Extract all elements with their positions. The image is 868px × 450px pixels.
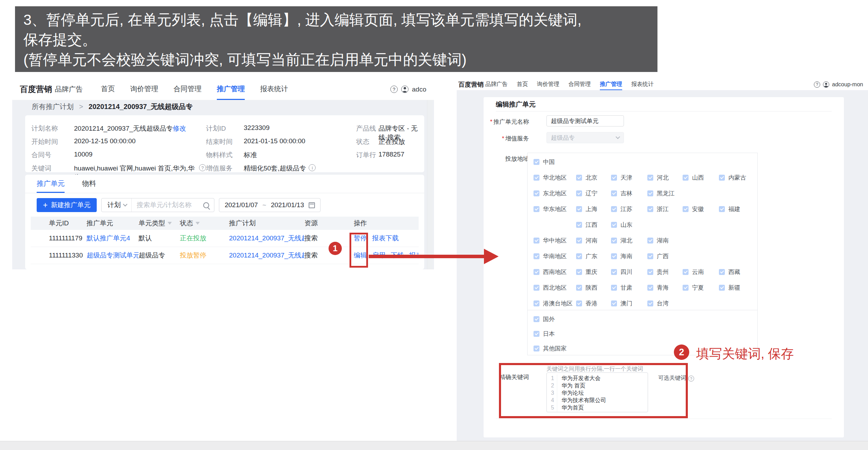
tab-materials[interactable]: 物料 <box>82 175 96 193</box>
checkbox-checked-icon[interactable] <box>647 300 653 306</box>
checkbox-checked-icon[interactable] <box>719 206 725 212</box>
tab-units[interactable]: 推广单元 <box>37 175 65 193</box>
checkbox-checked-icon[interactable] <box>534 285 539 291</box>
unit-name-link[interactable]: 默认推广单元4 <box>87 234 139 243</box>
plan-field: 开始时间2020-12-15 00:00:00 <box>31 137 206 151</box>
checkbox-checked-icon[interactable] <box>611 269 617 275</box>
checkbox-checked-icon[interactable] <box>611 300 617 306</box>
search-input[interactable] <box>132 201 203 209</box>
checkbox-checked-icon[interactable] <box>534 190 539 196</box>
nav-menu: 首页询价管理合同管理推广管理报表统计 <box>517 79 663 90</box>
checkbox-checked-icon[interactable] <box>683 206 689 212</box>
plan-info-column: 产品线品牌专区 - 无线-搜索状态正在投放订单行1788257 <box>356 124 424 177</box>
region-option-label: 新疆 <box>728 284 740 292</box>
nav-item-询价管理[interactable]: 询价管理 <box>537 79 559 90</box>
unit-name-input[interactable] <box>546 115 624 126</box>
service-select[interactable]: 超级品专 <box>546 132 624 143</box>
region-option: 华中地区 <box>534 237 567 245</box>
checkbox-checked-icon[interactable] <box>534 238 539 244</box>
search-icon[interactable] <box>203 202 209 208</box>
checkbox-checked-icon[interactable] <box>576 285 582 291</box>
checkbox-checked-icon[interactable] <box>683 285 689 291</box>
checkbox-checked-icon[interactable] <box>534 159 539 165</box>
checkbox-checked-icon[interactable] <box>576 175 582 181</box>
new-unit-button[interactable]: + 新建推广单元 <box>37 198 97 212</box>
checkbox-checked-icon[interactable] <box>647 285 653 291</box>
region-group-china: 中国华北地区北京天津河北山西内蒙古东北地区辽宁吉林黑龙江华东地区上海江苏浙江安徽… <box>527 153 758 310</box>
checkbox-checked-icon[interactable] <box>719 175 725 181</box>
checkbox-checked-icon[interactable] <box>534 269 539 275</box>
info-icon[interactable]: i <box>309 164 316 171</box>
checkbox-checked-icon[interactable] <box>647 206 653 212</box>
checkbox-checked-icon[interactable] <box>576 300 582 306</box>
checkbox-checked-icon[interactable] <box>534 331 539 337</box>
filter-icon[interactable] <box>196 222 200 225</box>
checkbox-checked-icon[interactable] <box>719 285 725 291</box>
checkbox-checked-icon[interactable] <box>576 206 582 212</box>
region-option: 吉林 <box>611 189 632 197</box>
edit-plan-link[interactable]: 修改 <box>173 124 186 133</box>
action-link[interactable]: 报表下载 <box>372 234 399 243</box>
region-option: 宁夏 <box>683 284 704 292</box>
search-scope-select[interactable]: 计划 <box>102 198 132 212</box>
nav-item-首页[interactable]: 首页 <box>517 79 528 90</box>
region-option: 湖南 <box>647 237 669 245</box>
checkbox-checked-icon[interactable] <box>683 269 689 275</box>
plan-link[interactable]: 20201214_200937_无线超级品专 <box>229 234 304 243</box>
checkbox-checked-icon[interactable] <box>611 175 617 181</box>
region-option-label: 西南地区 <box>543 268 567 276</box>
checkbox-checked-icon[interactable] <box>647 190 653 196</box>
region-option: 内蒙古 <box>719 174 746 182</box>
nav-item-推广管理[interactable]: 推广管理 <box>600 79 622 90</box>
checkbox-checked-icon[interactable] <box>683 175 689 181</box>
nav-item-合同管理[interactable]: 合同管理 <box>568 79 591 90</box>
checkbox-checked-icon[interactable] <box>611 206 617 212</box>
region-row: 东北地区辽宁吉林黑龙江 <box>528 185 757 201</box>
field-label: 结束时间 <box>206 137 244 146</box>
checkbox-checked-icon[interactable] <box>534 316 539 322</box>
region-option-label: 其他国家 <box>543 344 567 353</box>
checkbox-checked-icon[interactable] <box>611 190 617 196</box>
region-option-label: 华中地区 <box>543 237 567 245</box>
nav-item-报表统计[interactable]: 报表统计 <box>260 79 288 100</box>
checkbox-checked-icon[interactable] <box>611 238 617 244</box>
checkbox-checked-icon[interactable] <box>576 269 582 275</box>
nav-item-合同管理[interactable]: 合同管理 <box>174 79 201 100</box>
checkbox-checked-icon[interactable] <box>576 238 582 244</box>
date-range-picker[interactable]: 2021/01/07 ~ 2021/01/13 <box>219 198 320 212</box>
checkbox-checked-icon[interactable] <box>611 285 617 291</box>
region-option-label: 西北地区 <box>543 284 567 292</box>
checkbox-checked-icon[interactable] <box>576 253 582 259</box>
checkbox-checked-icon[interactable] <box>647 269 653 275</box>
checkbox-checked-icon[interactable] <box>611 253 617 259</box>
checkbox-checked-icon[interactable] <box>647 238 653 244</box>
checkbox-checked-icon[interactable] <box>534 346 539 351</box>
scrollbar[interactable] <box>427 100 433 269</box>
user-icon[interactable] <box>401 86 409 93</box>
banner-line-3: (暂停单元不会校验关键词冲突, 可填写当前正在启用单元中的关键词) <box>23 50 657 70</box>
checkbox-checked-icon[interactable] <box>647 253 653 259</box>
nav-item-报表统计[interactable]: 报表统计 <box>631 79 654 90</box>
checkbox-checked-icon[interactable] <box>576 222 582 228</box>
checkbox-checked-icon[interactable] <box>534 175 539 181</box>
checkbox-checked-icon[interactable] <box>719 269 725 275</box>
nav-item-推广管理[interactable]: 推广管理 <box>217 79 245 100</box>
filter-icon[interactable] <box>168 222 172 225</box>
breadcrumb-root[interactable]: 所有推广计划 <box>32 103 74 110</box>
nav-item-询价管理[interactable]: 询价管理 <box>130 79 158 100</box>
help-icon[interactable]: ? <box>199 164 206 171</box>
plan-link[interactable]: 20201214_200937_无线超级品专 <box>229 251 304 260</box>
user-icon[interactable] <box>823 81 829 88</box>
help-icon[interactable]: ? <box>390 86 398 93</box>
checkbox-checked-icon[interactable] <box>534 206 539 212</box>
checkbox-checked-icon[interactable] <box>534 300 539 306</box>
help-icon[interactable]: ? <box>814 81 820 88</box>
checkbox-checked-icon[interactable] <box>647 175 653 181</box>
checkbox-checked-icon[interactable] <box>576 190 582 196</box>
checkbox-checked-icon[interactable] <box>611 222 617 228</box>
region-option: 广西 <box>647 252 669 260</box>
region-option: 台湾 <box>647 299 669 307</box>
unit-name-link[interactable]: 超级品专测试单元 <box>87 251 139 260</box>
checkbox-checked-icon[interactable] <box>534 253 539 259</box>
nav-item-首页[interactable]: 首页 <box>101 79 115 100</box>
